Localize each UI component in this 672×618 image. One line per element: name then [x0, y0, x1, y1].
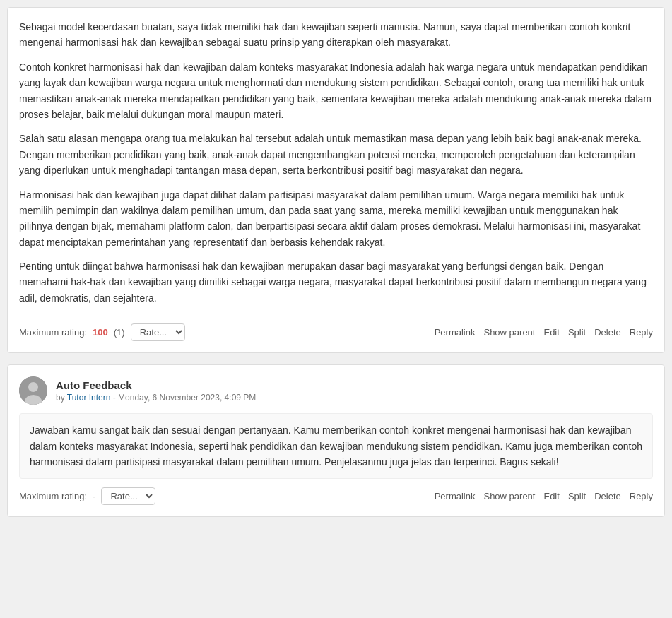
- feedback-rate-dropdown[interactable]: Rate... 1 2 3 4 5: [101, 487, 155, 505]
- reply-link[interactable]: Reply: [630, 327, 653, 338]
- feedback-actions: Permalink Show parent Edit Split Delete …: [435, 491, 653, 501]
- author-link[interactable]: Tutor Intern: [67, 393, 111, 403]
- feedback-title: Auto Feedback: [56, 379, 256, 391]
- avatar-inner: [19, 376, 47, 405]
- edit-link[interactable]: Edit: [543, 327, 559, 338]
- feedback-permalink-link[interactable]: Permalink: [435, 491, 476, 501]
- feedback-header: Auto Feedback by Tutor Intern - Monday, …: [19, 376, 653, 405]
- date-separator: -: [113, 393, 118, 403]
- delete-link[interactable]: Delete: [594, 327, 621, 338]
- by-line: by Tutor Intern - Monday, 6 November 202…: [56, 393, 256, 403]
- rating-count: (1): [114, 327, 125, 338]
- paragraph-3: Salah satu alasan mengapa orang tua mela…: [19, 131, 653, 178]
- post-actions: Permalink Show parent Edit Split Delete …: [435, 327, 653, 338]
- post-content: Sebagai model kecerdasan buatan, saya ti…: [19, 19, 653, 306]
- feedback-reply-link[interactable]: Reply: [630, 491, 653, 501]
- max-rating-label: Maximum rating:: [19, 327, 87, 338]
- avatar-icon: [19, 376, 47, 405]
- split-link[interactable]: Split: [568, 327, 586, 338]
- feedback-show-parent-link[interactable]: Show parent: [483, 491, 535, 501]
- feedback-rating-section: Maximum rating: - Rate... 1 2 3 4 5: [19, 487, 155, 505]
- feedback-footer: Maximum rating: - Rate... 1 2 3 4 5 Perm…: [19, 487, 653, 505]
- rate-dropdown[interactable]: Rate... 1 2 3 4 5: [131, 323, 185, 341]
- main-post: Sebagai model kecerdasan buatan, saya ti…: [7, 7, 665, 353]
- paragraph-5: Penting untuk diingat bahwa harmonisasi …: [19, 259, 653, 306]
- paragraph-1: Sebagai model kecerdasan buatan, saya ti…: [19, 19, 653, 51]
- permalink-link[interactable]: Permalink: [435, 327, 476, 338]
- feedback-max-rating-label: Maximum rating:: [19, 491, 87, 501]
- rating-section: Maximum rating: 100 (1) Rate... 1 2 3 4 …: [19, 323, 185, 341]
- feedback-body: Jawaban kamu sangat baik dan sesuai deng…: [19, 413, 653, 479]
- feedback-split-link[interactable]: Split: [568, 491, 586, 501]
- show-parent-link[interactable]: Show parent: [483, 327, 535, 338]
- feedback-delete-link[interactable]: Delete: [594, 491, 621, 501]
- paragraph-2: Contoh konkret harmonisasi hak dan kewaj…: [19, 59, 653, 123]
- rating-value: 100: [93, 327, 108, 338]
- feedback-post: Auto Feedback by Tutor Intern - Monday, …: [7, 364, 665, 517]
- by-label: by: [56, 393, 65, 403]
- paragraph-4: Harmonisasi hak dan kewajiban juga dapat…: [19, 187, 653, 251]
- svg-point-1: [28, 382, 38, 392]
- feedback-rating-value: -: [93, 491, 95, 501]
- post-footer: Maximum rating: 100 (1) Rate... 1 2 3 4 …: [19, 316, 653, 341]
- feedback-meta: Auto Feedback by Tutor Intern - Monday, …: [56, 379, 256, 403]
- feedback-edit-link[interactable]: Edit: [543, 491, 559, 501]
- avatar: [19, 376, 47, 405]
- feedback-date: Monday, 6 November 2023, 4:09 PM: [118, 393, 256, 403]
